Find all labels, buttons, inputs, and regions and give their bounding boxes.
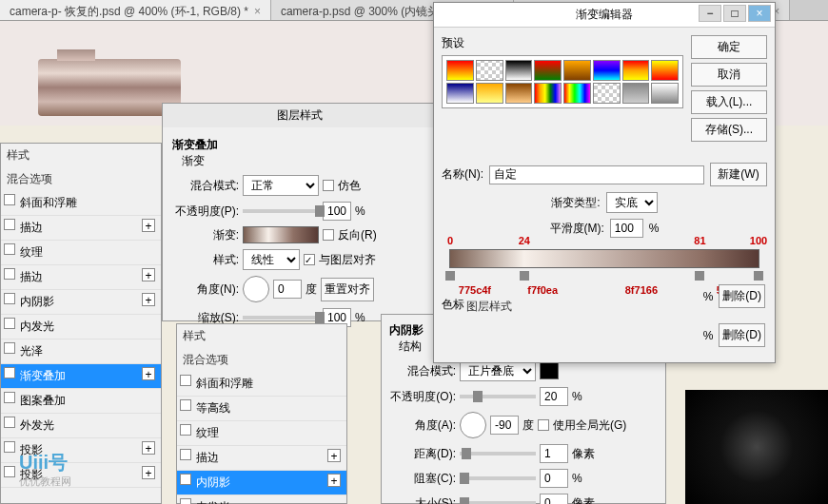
name-label: 名称(N): — [442, 166, 483, 183]
angle-dial[interactable] — [460, 412, 486, 438]
maximize-button[interactable]: □ — [723, 5, 746, 22]
style-item-stroke-2[interactable]: 描边+ — [1, 265, 161, 290]
ok-button[interactable]: 确定 — [691, 35, 767, 59]
opacity-slider[interactable] — [460, 395, 536, 398]
smooth-label: 平滑度(M): — [550, 221, 604, 237]
delete-button[interactable]: 删除(D) — [719, 284, 765, 308]
gradient-picker[interactable] — [243, 226, 319, 243]
panel-title: 样式 — [177, 324, 346, 348]
type-select[interactable]: 实底 — [606, 192, 658, 213]
gradient-label: 渐变: — [172, 227, 239, 243]
global-light-checkbox[interactable] — [538, 419, 549, 431]
style-label: 样式: — [172, 252, 239, 268]
watermark-sub: 优优教程网 — [19, 475, 71, 489]
blend-mode-select[interactable]: 正片叠底 — [460, 360, 536, 381]
style-item-bevel[interactable]: 斜面和浮雕 — [1, 191, 161, 216]
size-field[interactable] — [540, 494, 568, 504]
type-label: 渐变类型: — [551, 195, 600, 211]
preset-swatch[interactable] — [476, 83, 503, 104]
style-item-texture[interactable]: 纹理 — [177, 421, 346, 446]
load-button[interactable]: 载入(L)... — [691, 90, 767, 114]
preset-swatch[interactable] — [476, 60, 503, 81]
style-item-contour[interactable]: 等高线 — [177, 397, 346, 421]
panel-subtitle: 混合选项 — [1, 167, 161, 191]
minimize-button[interactable]: − — [699, 5, 721, 22]
align-checkbox[interactable] — [304, 254, 315, 265]
styles-list-panel-2: 样式 混合选项 斜面和浮雕 等高线 纹理 描边+ 内阴影+ 内发光 — [176, 323, 347, 504]
style-item-stroke[interactable]: 描边+ — [177, 446, 346, 471]
style-item-stroke[interactable]: 描边+ — [1, 216, 161, 241]
choke-field[interactable] — [540, 469, 568, 488]
dialog-titlebar[interactable]: 渐变编辑器 − □ × — [434, 3, 775, 28]
preset-swatch[interactable] — [651, 60, 679, 81]
angle-field[interactable] — [273, 280, 302, 299]
dither-label: 仿色 — [338, 178, 361, 194]
preset-swatch[interactable] — [622, 60, 650, 81]
preset-swatch[interactable] — [446, 83, 474, 104]
reset-align-button[interactable]: 重置对齐 — [321, 278, 374, 301]
tab-doc-1[interactable]: camera-p- 恢复的.psd @ 400% (环-1, RGB/8) *× — [0, 0, 271, 20]
preset-swatch[interactable] — [446, 60, 474, 81]
name-field[interactable] — [489, 165, 704, 184]
preset-swatch[interactable] — [563, 83, 591, 104]
opacity-field[interactable] — [323, 202, 351, 221]
style-item-inner-glow[interactable]: 内发光 — [177, 495, 346, 504]
smooth-field[interactable] — [610, 219, 643, 238]
new-button[interactable]: 新建(W) — [710, 163, 767, 186]
panel-title: 样式 — [1, 144, 161, 167]
canvas-object — [38, 59, 181, 116]
preset-swatch[interactable] — [505, 83, 533, 104]
style-item-inner-glow[interactable]: 内发光 — [1, 315, 161, 339]
distance-slider[interactable] — [460, 452, 536, 456]
preset-swatch[interactable] — [622, 83, 650, 104]
blend-mode-select[interactable]: 正常 — [243, 175, 319, 196]
choke-slider[interactable] — [460, 476, 536, 480]
preset-swatch[interactable] — [534, 83, 562, 104]
angle-label: 角度(N): — [172, 281, 239, 298]
section-subtitle: 渐变 — [182, 153, 427, 169]
style-item-outer-glow[interactable]: 外发光 — [1, 414, 161, 438]
opacity-field[interactable] — [540, 387, 568, 406]
cancel-button[interactable]: 取消 — [691, 63, 767, 87]
preset-swatch[interactable] — [593, 60, 621, 81]
delete-button[interactable]: 删除(D) — [719, 323, 765, 347]
gradient-bar[interactable]: 0 24 81 100 775c4f f7f0ea 8f7166 573a34 — [449, 249, 759, 268]
panel-subtitle: 混合选项 — [177, 348, 346, 372]
save-button[interactable]: 存储(S)... — [691, 118, 767, 142]
angle-field[interactable] — [490, 416, 519, 435]
style-item-texture[interactable]: 纹理 — [1, 241, 161, 265]
preset-swatch[interactable] — [563, 60, 591, 81]
gradient-overlay-panel: 图层样式 渐变叠加 渐变 混合模式: 正常 仿色 不透明度(P): % 渐变: … — [162, 103, 438, 321]
close-icon[interactable]: × — [254, 5, 261, 18]
opacity-label: 不透明度(P): — [172, 204, 239, 220]
color-stop[interactable] — [520, 271, 529, 281]
style-item-pattern-overlay[interactable]: 图案叠加 — [1, 389, 161, 414]
style-item-inner-shadow[interactable]: 内阴影+ — [177, 471, 346, 495]
dither-checkbox[interactable] — [323, 180, 334, 191]
style-item-bevel[interactable]: 斜面和浮雕 — [177, 372, 346, 397]
style-item-inner-shadow[interactable]: 内阴影+ — [1, 290, 161, 315]
style-select[interactable]: 线性 — [243, 249, 300, 270]
preset-swatch[interactable] — [593, 83, 621, 104]
close-button[interactable]: × — [748, 5, 771, 22]
presets-label: 预设 — [442, 35, 683, 51]
blend-mode-label: 混合模式: — [172, 178, 239, 194]
reverse-checkbox[interactable] — [323, 229, 334, 241]
preset-swatch[interactable] — [651, 83, 679, 104]
color-stop[interactable] — [445, 271, 455, 281]
background-lens-image — [685, 390, 828, 504]
preset-grid — [442, 55, 683, 108]
angle-dial[interactable] — [243, 276, 269, 302]
opacity-slider[interactable] — [243, 209, 319, 213]
section-title: 渐变叠加 — [172, 137, 427, 153]
color-swatch[interactable] — [540, 362, 559, 379]
preset-swatch[interactable] — [505, 60, 533, 81]
preset-swatch[interactable] — [534, 60, 562, 81]
dialog-title: 图层样式 — [163, 104, 437, 127]
style-item-gradient-overlay[interactable]: 渐变叠加+ — [1, 364, 161, 389]
layer-style-label: 图层样式 — [466, 299, 512, 315]
style-item-satin[interactable]: 光泽 — [1, 339, 161, 364]
scale-slider[interactable] — [243, 316, 319, 320]
distance-field[interactable] — [540, 444, 568, 463]
watermark-logo: Uiii号 — [19, 450, 68, 475]
